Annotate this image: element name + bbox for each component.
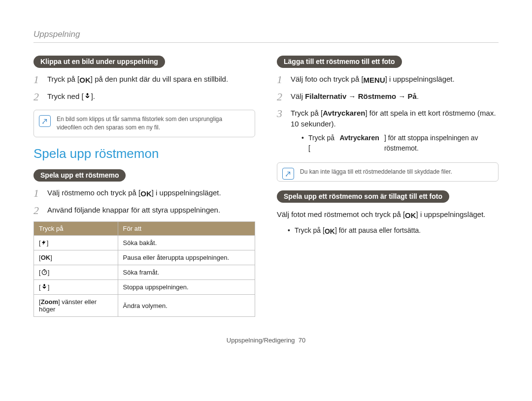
steps-play-voice-memo: 1 Välj röstmemo och tryck på [OK] i upps… bbox=[33, 187, 255, 216]
bullet-text: ] för att pausa eller fortsätta. bbox=[335, 226, 421, 234]
step-text: Välj bbox=[291, 92, 305, 100]
macro-icon bbox=[84, 93, 91, 100]
table-row: [] Stoppa uppspelningen. bbox=[34, 280, 255, 295]
note-icon bbox=[39, 115, 51, 127]
table-cell: Pausa eller återuppta uppspelningen. bbox=[118, 250, 255, 265]
zoom-label: Zoom bbox=[41, 298, 58, 306]
ok-icon: OK bbox=[79, 75, 91, 86]
shutter-label: Avtryckaren bbox=[323, 109, 365, 117]
step-text: ] i uppspelningsläget. bbox=[385, 75, 455, 83]
footer-page-number: 70 bbox=[299, 337, 305, 344]
note-text: En bild som klipps ut får samma filstorl… bbox=[57, 116, 222, 131]
table-row: [Zoom] vänster eller höger Ändra volymen… bbox=[34, 295, 255, 317]
table-row: [] Söka framåt. bbox=[34, 265, 255, 280]
ok-icon: OK bbox=[140, 188, 152, 200]
ok-icon: OK bbox=[405, 210, 416, 221]
step-text: ]. bbox=[91, 92, 95, 100]
step-text: ] på den punkt där du vill spara en stil… bbox=[91, 75, 228, 83]
bullet-pause-continue: Tryck på [OK] för att pausa eller fortsä… bbox=[288, 225, 499, 237]
step-text: Välj röstmemo och tryck på [ bbox=[47, 188, 140, 197]
para-text: Välj fotot med röstmemot och tryck på [ bbox=[277, 210, 405, 218]
note-protected-files: Du kan inte lägga till ett röstmeddeland… bbox=[277, 162, 499, 182]
bullet-text: Tryck på [ bbox=[295, 226, 325, 234]
right-column: Lägga till ett röstmemo till ett foto 1 … bbox=[277, 56, 499, 317]
paragraph-play-attached: Välj fotot med röstmemot och tryck på [O… bbox=[277, 209, 499, 221]
note-icon bbox=[282, 168, 294, 180]
pill-play-voice-memo: Spela upp ett röstmemo bbox=[33, 169, 126, 182]
table-cell: Ändra volymen. bbox=[118, 295, 255, 317]
step-text: ] i uppspelningsläget. bbox=[152, 188, 221, 197]
bullet-text: Tryck på [ bbox=[308, 133, 334, 154]
step-number: 1 bbox=[33, 187, 42, 200]
para-text: ] i uppspelningsläget. bbox=[416, 210, 486, 218]
pill-add-voice-memo: Lägga till ett röstmemo till ett foto bbox=[277, 56, 402, 68]
pill-play-attached-memo: Spela upp ett röstmemo som är tillagt ti… bbox=[277, 190, 449, 203]
step-text: Tryck på [ bbox=[47, 75, 79, 83]
step-text: Tryck på [ bbox=[291, 109, 323, 117]
breadcrumb: Uppspelning bbox=[33, 30, 499, 43]
section-title-voice-memo: Spela upp röstmemon bbox=[33, 146, 255, 161]
table-row: [OK] Pausa eller återuppta uppspelningen… bbox=[34, 250, 255, 265]
step-number: 2 bbox=[33, 91, 42, 103]
table-header: Tryck på bbox=[34, 222, 118, 236]
step-text: Använd följande knappar för att styra up… bbox=[47, 205, 255, 216]
table-header: För att bbox=[118, 222, 255, 236]
step-number: 3 bbox=[277, 108, 286, 155]
step-number: 2 bbox=[33, 205, 42, 216]
table-cell: Stoppa uppspelningen. bbox=[118, 280, 255, 295]
step-text: . bbox=[417, 92, 419, 100]
step-text: Tryck ned [ bbox=[47, 92, 84, 100]
step-number: 1 bbox=[277, 74, 286, 86]
page-footer: Uppspelning/Redigering 70 bbox=[33, 337, 499, 344]
step-number: 2 bbox=[277, 91, 286, 103]
pill-clip-image: Klippa ut en bild under uppspelning bbox=[33, 56, 165, 68]
controls-table: Tryck på För att [] Söka bakåt. [OK] Pau… bbox=[33, 221, 255, 317]
shutter-label: Avtryckaren bbox=[339, 133, 379, 154]
sub-bullet: Tryck på [Avtryckaren] för att stoppa in… bbox=[301, 133, 499, 154]
flash-icon bbox=[41, 239, 47, 246]
table-cell: Söka framåt. bbox=[118, 265, 255, 280]
svg-point-1 bbox=[42, 270, 46, 275]
menu-icon: MENU bbox=[364, 75, 385, 86]
step-number: 1 bbox=[33, 74, 42, 86]
timer-icon bbox=[41, 269, 48, 276]
note-clip-image: En bild som klipps ut får samma filstorl… bbox=[33, 110, 255, 138]
step-text: Välj foto och tryck på [ bbox=[291, 75, 364, 83]
left-column: Klippa ut en bild under uppspelning 1 Tr… bbox=[33, 56, 255, 317]
step-bold-chain: Filalternativ → Röstmemo → På bbox=[305, 92, 417, 100]
macro-icon bbox=[41, 283, 48, 290]
steps-clip-image: 1 Tryck på [OK] på den punkt där du vill… bbox=[33, 74, 255, 103]
footer-label: Uppspelning/Redigering bbox=[227, 337, 295, 344]
table-row: [] Söka bakåt. bbox=[34, 236, 255, 250]
steps-add-voice-memo: 1 Välj foto och tryck på [MENU] i uppspe… bbox=[277, 74, 499, 155]
note-text: Du kan inte lägga till ett röstmeddeland… bbox=[300, 168, 452, 175]
table-cell: Söka bakåt. bbox=[118, 236, 255, 250]
ok-icon: OK bbox=[41, 254, 51, 261]
ok-icon: OK bbox=[325, 226, 335, 237]
bullet-text: ] för att stoppa inspelningen av röstmem… bbox=[384, 133, 499, 154]
